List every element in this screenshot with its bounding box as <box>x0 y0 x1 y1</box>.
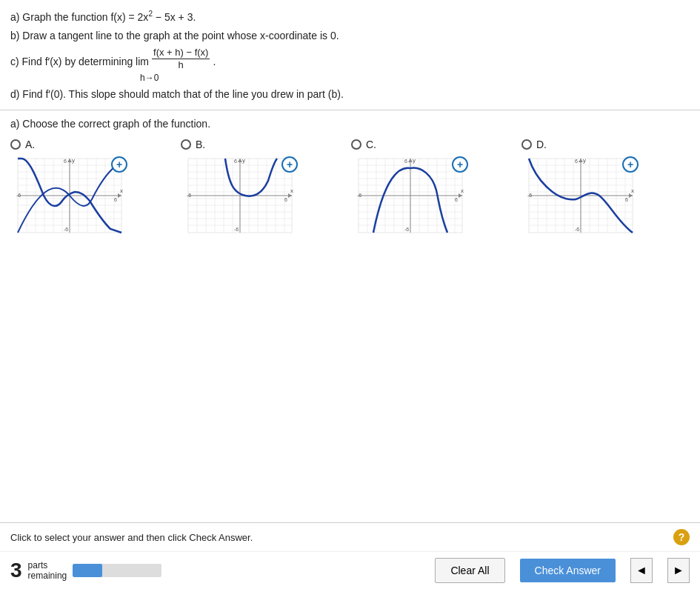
svg-text:y: y <box>413 157 416 164</box>
prev-button[interactable]: ◄ <box>630 558 653 583</box>
svg-text:-6: -6 <box>527 193 532 198</box>
svg-text:y: y <box>72 157 75 164</box>
svg-text:6: 6 <box>625 197 628 202</box>
svg-text:6: 6 <box>404 159 407 164</box>
limit-denominator: h <box>177 59 185 71</box>
radio-a[interactable] <box>10 139 21 150</box>
part-c: c) Find f′(x) by determining lim f(x + h… <box>10 47 690 70</box>
zoom-icon-d[interactable]: + <box>622 156 639 173</box>
svg-text:-6: -6 <box>357 193 361 198</box>
parts-remaining: 3 parts remaining <box>10 560 161 581</box>
part-d: d) Find f′(0). This slope should match t… <box>10 86 690 104</box>
check-answer-button[interactable]: Check Answer <box>520 559 616 582</box>
click-instruction-bar: Click to select your answer and then cli… <box>0 523 700 552</box>
part-a: a) Graph the function f(x) = 2x2 − 5x + … <box>10 7 690 26</box>
bottom-controls: 3 parts remaining Clear All Check Answer… <box>0 552 700 589</box>
progress-bar-fill <box>73 564 102 577</box>
svg-text:-6: -6 <box>404 227 409 232</box>
parts-label-line2: remaining <box>28 570 67 581</box>
svg-text:-6: -6 <box>575 227 579 232</box>
svg-text:x: x <box>461 187 464 194</box>
svg-text:6: 6 <box>234 159 237 164</box>
choice-a[interactable]: A. <box>10 139 166 236</box>
svg-text:x: x <box>631 187 634 194</box>
help-icon[interactable]: ? <box>673 529 690 545</box>
graph-a: x y 6 -6 6 -6 <box>10 155 129 236</box>
progress-bar <box>73 564 161 577</box>
parts-label-line1: parts <box>28 560 67 570</box>
svg-text:6: 6 <box>455 197 458 202</box>
zoom-icon-a[interactable]: + <box>111 156 127 173</box>
clear-all-button[interactable]: Clear All <box>435 558 504 583</box>
svg-text:-6: -6 <box>234 227 239 232</box>
svg-text:6: 6 <box>575 159 578 164</box>
svg-text:x: x <box>290 187 293 194</box>
zoom-icon-c[interactable]: + <box>452 156 468 173</box>
radio-b[interactable] <box>181 139 191 150</box>
choice-c[interactable]: C. <box>351 139 507 236</box>
label-a: A. <box>25 139 35 150</box>
svg-text:y: y <box>583 157 586 164</box>
choice-b[interactable]: B. <box>181 139 336 236</box>
bottom-bar: Click to select your answer and then cli… <box>0 522 700 589</box>
limit-expression: f(x + h) − f(x) <box>152 47 210 59</box>
next-button[interactable]: ► <box>667 558 690 583</box>
svg-text:-6: -6 <box>16 193 21 198</box>
graph-c: x y 6 -6 6 -6 + <box>351 155 470 236</box>
svg-text:6: 6 <box>284 197 287 202</box>
instruction: a) Choose the correct graph of the funct… <box>10 118 690 130</box>
svg-text:y: y <box>242 157 245 164</box>
graph-d: x y 6 -6 6 -6 + <box>521 155 640 236</box>
graph-b: x y 6 -6 6 -6 + <box>181 155 299 236</box>
problem-section: a) Graph the function f(x) = 2x2 − 5x + … <box>0 0 700 110</box>
svg-text:6: 6 <box>64 159 67 164</box>
svg-text:-6: -6 <box>64 227 68 232</box>
choice-d[interactable]: D. <box>521 139 677 236</box>
answer-section: a) Choose the correct graph of the funct… <box>0 110 700 244</box>
zoom-icon-b[interactable]: + <box>281 156 298 173</box>
label-c: C. <box>366 139 376 150</box>
svg-text:-6: -6 <box>187 193 191 198</box>
svg-text:x: x <box>120 187 123 194</box>
radio-d[interactable] <box>521 139 532 150</box>
choices-row: A. <box>10 139 690 236</box>
label-d: D. <box>536 139 547 150</box>
radio-c[interactable] <box>351 139 361 150</box>
svg-text:6: 6 <box>114 197 117 202</box>
click-instruction-text: Click to select your answer and then cli… <box>10 532 253 543</box>
parts-number: 3 <box>10 560 22 581</box>
part-b: b) Draw a tangent line to the graph at t… <box>10 27 690 45</box>
label-b: B. <box>196 139 205 150</box>
